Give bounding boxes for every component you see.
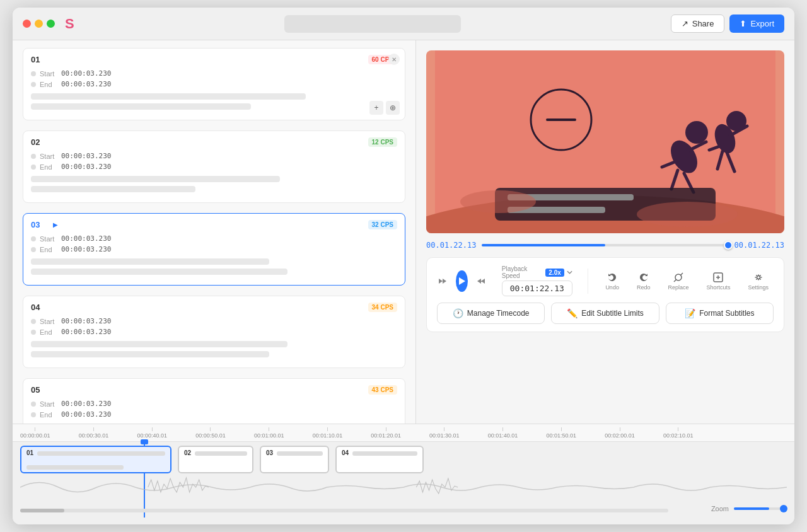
fastforward-button[interactable] xyxy=(475,270,487,292)
undo-button[interactable]: Undo xyxy=(600,269,624,293)
app-window: S ↗ Share ⬆ Export 01 60 CPS ✕ S xyxy=(13,8,794,524)
add-subtitle-button[interactable]: + xyxy=(369,101,383,115)
replace-button[interactable]: Replace xyxy=(663,269,694,293)
text-line-2 xyxy=(31,269,287,275)
traffic-lights xyxy=(23,20,55,28)
subtitle-header: 01 60 CPS xyxy=(31,55,397,64)
clip-number: 01 xyxy=(26,449,33,456)
subtitle-item-03[interactable]: 03 ▶ 32 CPS Start 00:00:03.230 End 00:00… xyxy=(23,213,405,286)
speed-header: Playback Speed 2.0x xyxy=(502,265,572,279)
copy-subtitle-button[interactable]: ⊕ xyxy=(386,101,400,115)
export-icon: ⬆ xyxy=(740,19,746,28)
end-value: 00:00:03.230 xyxy=(61,328,111,336)
subtitle-header: 02 12 CPS xyxy=(31,137,397,147)
track-clip-02[interactable]: 02 xyxy=(178,446,253,473)
track-clips-row: 01 02 03 04 xyxy=(20,442,787,473)
video-timeline: 00.01.22.13 00.01.22.13 xyxy=(426,241,784,250)
speed-label: Playback Speed xyxy=(502,265,543,279)
scrollbar-thumb[interactable] xyxy=(20,509,64,512)
svg-point-28 xyxy=(757,275,760,279)
start-value: 00:00:03.230 xyxy=(61,234,111,243)
clip-number: 02 xyxy=(184,449,191,456)
project-name-input[interactable] xyxy=(284,15,461,33)
maximize-button[interactable] xyxy=(47,20,55,28)
undo-label: Undo xyxy=(605,284,619,291)
end-dot xyxy=(31,330,36,335)
progress-bar[interactable] xyxy=(482,244,729,246)
subtitle-item-04[interactable]: 04 34 CPS Start 00:00:03.230 End 00:00:0… xyxy=(23,296,405,368)
time-row-end: End 00:00:03.230 xyxy=(31,80,397,88)
end-label: End xyxy=(40,246,57,253)
track-clip-01[interactable]: 01 xyxy=(20,446,171,473)
undo-icon xyxy=(607,272,618,283)
play-button[interactable] xyxy=(456,270,467,292)
end-label: End xyxy=(40,163,57,171)
rewind-button[interactable] xyxy=(437,270,448,292)
minimize-button[interactable] xyxy=(35,20,43,28)
shortcuts-button[interactable]: Shortcuts xyxy=(701,269,735,293)
scrollbar[interactable] xyxy=(20,509,668,512)
start-dot xyxy=(31,402,36,407)
controls-row1: Playback Speed 2.0x 00:01:22.13 Undo xyxy=(437,265,774,296)
time-row-end: End 00:00:03.230 xyxy=(31,410,397,419)
settings-button[interactable]: Settings xyxy=(743,269,774,293)
subtitle-item-05[interactable]: 05 43 CPS Start 00:00:03.230 End 00:00:0… xyxy=(23,378,405,424)
close-subtitle-button[interactable]: ✕ xyxy=(388,54,400,65)
shortcuts-label: Shortcuts xyxy=(706,284,730,291)
clip-text-mock xyxy=(37,451,165,456)
text-line-1 xyxy=(31,258,269,265)
start-dot xyxy=(31,319,36,324)
start-value: 00:00:03.230 xyxy=(61,152,111,160)
text-lines xyxy=(31,93,397,110)
start-dot xyxy=(31,236,36,241)
end-label: End xyxy=(40,81,57,88)
text-line-1 xyxy=(31,341,287,347)
progress-thumb[interactable] xyxy=(724,241,733,250)
zoom-slider[interactable] xyxy=(734,507,784,510)
replace-icon xyxy=(673,272,684,283)
track-clip-03[interactable]: 03 xyxy=(260,446,329,473)
redo-label: Redo xyxy=(637,284,651,291)
text-line-2 xyxy=(31,351,269,357)
divider xyxy=(588,269,588,294)
manage-timecode-button[interactable]: 🕐 Manage Timecode xyxy=(437,303,545,324)
export-button[interactable]: ⬆ Export xyxy=(729,14,784,33)
zoom-row: Zoom xyxy=(711,505,784,512)
subtitle-number: 03 xyxy=(31,220,46,229)
progress-fill xyxy=(482,244,605,246)
format-subtitles-button[interactable]: 📝 Format Subtitles xyxy=(666,303,774,324)
ruler-mark: 00:00:50.01 xyxy=(195,427,226,439)
clip-number: 03 xyxy=(266,449,273,456)
share-button[interactable]: ↗ Share xyxy=(671,14,725,33)
timeline-section: 00:00:00.0100:00:30.0100:00:40.0100:00:5… xyxy=(13,424,794,524)
subtitle-item-01[interactable]: 01 60 CPS ✕ Start 00:00:03.230 End 00:00… xyxy=(23,48,405,120)
ruler-mark: 00:01:10.01 xyxy=(313,427,343,439)
end-label: End xyxy=(40,411,57,419)
redo-button[interactable]: Redo xyxy=(632,269,656,293)
start-dot xyxy=(31,71,36,76)
svg-marker-21 xyxy=(459,277,465,285)
track-clip-04[interactable]: 04 xyxy=(335,446,424,473)
clip-text-mock xyxy=(195,451,247,456)
subtitle-header: 05 43 CPS xyxy=(31,385,397,395)
time-display: 00:01:22.13 xyxy=(502,280,572,296)
subtitle-panel[interactable]: 01 60 CPS ✕ Start 00:00:03.230 End 00:00… xyxy=(13,40,416,424)
clip-text-mock xyxy=(277,451,323,456)
edit-subtitle-button[interactable]: ✏️ Edit Subtitle Limits xyxy=(551,303,659,324)
main-content: 01 60 CPS ✕ Start 00:00:03.230 End 00:00… xyxy=(13,40,794,424)
time-current: 00.01.22.13 xyxy=(426,241,477,250)
time-row-end: End 00:00:03.230 xyxy=(31,245,397,253)
redo-icon xyxy=(638,272,649,283)
close-button[interactable] xyxy=(23,20,31,28)
play-indicator-icon: ▶ xyxy=(51,221,60,229)
waveform: // Generate waveform bars inline - not v… xyxy=(20,475,787,500)
share-icon: ↗ xyxy=(682,19,688,28)
time-row-start: Start 00:00:03.230 xyxy=(31,234,397,243)
clip-text-mock xyxy=(352,451,417,456)
subtitle-item-02[interactable]: 02 12 CPS Start 00:00:03.230 End 00:00:0… xyxy=(23,130,405,203)
edit-subtitle-icon: ✏️ xyxy=(567,308,578,318)
time-total: 00.01.22.13 xyxy=(734,241,784,250)
subtitle-number: 05 xyxy=(31,385,46,395)
zoom-thumb[interactable] xyxy=(780,505,787,512)
time-row-start: Start 00:00:03.230 xyxy=(31,152,397,160)
